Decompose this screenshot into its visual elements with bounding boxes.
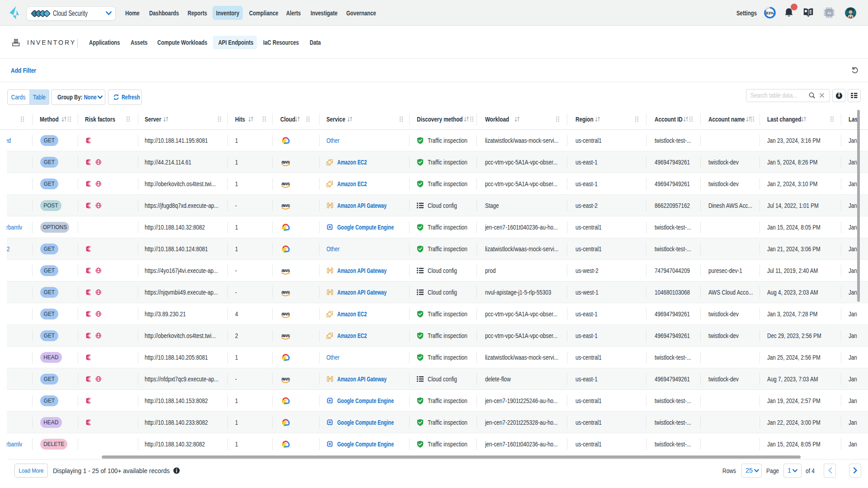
svg-text:aws: aws bbox=[282, 290, 290, 295]
svg-text:83%: 83% bbox=[766, 11, 774, 15]
svg-text:aws: aws bbox=[282, 311, 290, 316]
svg-text:aws: aws bbox=[282, 333, 290, 338]
svg-text:AI: AI bbox=[827, 11, 831, 15]
svg-text:aws: aws bbox=[282, 181, 290, 186]
svg-text:aws: aws bbox=[282, 268, 290, 273]
svg-text:aws: aws bbox=[282, 203, 290, 208]
svg-text:aws: aws bbox=[282, 160, 290, 164]
svg-text:aws: aws bbox=[282, 376, 290, 381]
